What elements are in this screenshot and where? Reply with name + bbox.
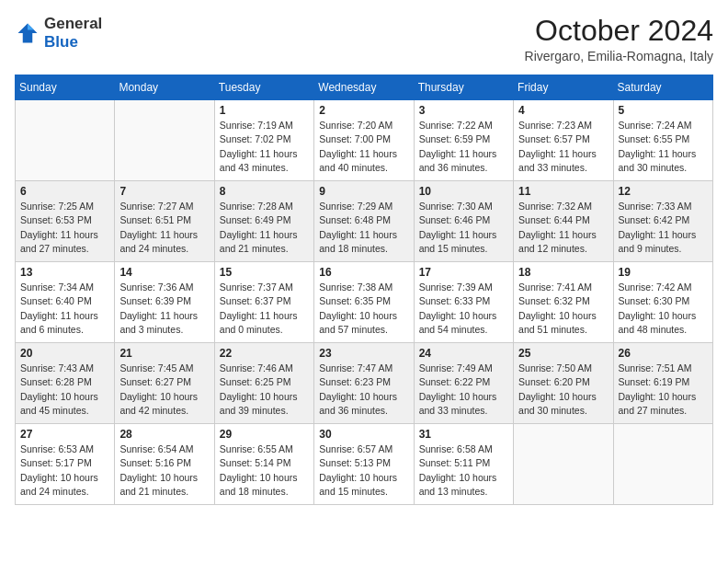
day-info: Sunrise: 7:33 AM Sunset: 6:42 PM Dayligh… bbox=[619, 200, 708, 256]
calendar-week-row: 1Sunrise: 7:19 AM Sunset: 7:02 PM Daylig… bbox=[16, 100, 713, 181]
day-number: 14 bbox=[119, 266, 209, 279]
day-number: 22 bbox=[220, 347, 309, 360]
calendar-cell: 19Sunrise: 7:42 AM Sunset: 6:30 PM Dayli… bbox=[613, 262, 712, 343]
day-number: 10 bbox=[419, 185, 508, 198]
logo-general-text: General Blue bbox=[44, 15, 102, 52]
day-info: Sunrise: 7:25 AM Sunset: 6:53 PM Dayligh… bbox=[20, 200, 109, 256]
day-info: Sunrise: 6:55 AM Sunset: 5:14 PM Dayligh… bbox=[220, 442, 309, 499]
calendar-cell: 20Sunrise: 7:43 AM Sunset: 6:28 PM Dayli… bbox=[16, 343, 115, 424]
day-info: Sunrise: 7:39 AM Sunset: 6:33 PM Dayligh… bbox=[419, 281, 508, 337]
day-number: 27 bbox=[20, 428, 109, 441]
calendar-cell: 21Sunrise: 7:45 AM Sunset: 6:27 PM Dayli… bbox=[115, 343, 214, 424]
calendar-cell: 26Sunrise: 7:51 AM Sunset: 6:19 PM Dayli… bbox=[613, 343, 712, 424]
calendar-cell: 7Sunrise: 7:27 AM Sunset: 6:51 PM Daylig… bbox=[115, 181, 214, 262]
weekday-header: Saturday bbox=[613, 75, 712, 100]
day-number: 28 bbox=[119, 428, 209, 441]
day-number: 25 bbox=[518, 347, 608, 360]
day-info: Sunrise: 7:43 AM Sunset: 6:28 PM Dayligh… bbox=[20, 362, 109, 418]
day-info: Sunrise: 7:38 AM Sunset: 6:35 PM Dayligh… bbox=[319, 281, 408, 337]
logo-icon bbox=[15, 20, 40, 46]
calendar-cell: 16Sunrise: 7:38 AM Sunset: 6:35 PM Dayli… bbox=[314, 262, 414, 343]
calendar-cell: 27Sunrise: 6:53 AM Sunset: 5:17 PM Dayli… bbox=[16, 424, 115, 505]
day-info: Sunrise: 7:37 AM Sunset: 6:37 PM Dayligh… bbox=[220, 281, 309, 337]
day-number: 8 bbox=[220, 185, 309, 198]
day-number: 12 bbox=[619, 185, 708, 198]
day-info: Sunrise: 7:49 AM Sunset: 6:22 PM Dayligh… bbox=[419, 362, 508, 418]
day-number: 17 bbox=[419, 266, 508, 279]
calendar-week-row: 6Sunrise: 7:25 AM Sunset: 6:53 PM Daylig… bbox=[16, 181, 713, 262]
day-number: 9 bbox=[319, 185, 408, 198]
calendar-cell: 18Sunrise: 7:41 AM Sunset: 6:32 PM Dayli… bbox=[514, 262, 613, 343]
day-number: 1 bbox=[220, 104, 309, 117]
calendar-cell: 2Sunrise: 7:20 AM Sunset: 7:00 PM Daylig… bbox=[314, 100, 414, 181]
calendar-cell: 24Sunrise: 7:49 AM Sunset: 6:22 PM Dayli… bbox=[414, 343, 513, 424]
day-info: Sunrise: 7:46 AM Sunset: 6:25 PM Dayligh… bbox=[220, 362, 309, 418]
calendar-cell bbox=[613, 424, 712, 505]
day-info: Sunrise: 6:58 AM Sunset: 5:11 PM Dayligh… bbox=[419, 442, 508, 499]
calendar-header-row: SundayMondayTuesdayWednesdayThursdayFrid… bbox=[16, 75, 713, 100]
day-number: 13 bbox=[20, 266, 109, 279]
day-info: Sunrise: 7:23 AM Sunset: 6:57 PM Dayligh… bbox=[518, 119, 608, 175]
day-number: 6 bbox=[20, 185, 109, 198]
day-info: Sunrise: 6:57 AM Sunset: 5:13 PM Dayligh… bbox=[319, 442, 408, 499]
day-info: Sunrise: 7:51 AM Sunset: 6:19 PM Dayligh… bbox=[619, 362, 708, 418]
day-info: Sunrise: 7:28 AM Sunset: 6:49 PM Dayligh… bbox=[220, 200, 309, 256]
calendar-cell: 6Sunrise: 7:25 AM Sunset: 6:53 PM Daylig… bbox=[16, 181, 115, 262]
day-info: Sunrise: 7:45 AM Sunset: 6:27 PM Dayligh… bbox=[119, 362, 209, 418]
svg-marker-1 bbox=[28, 24, 34, 30]
calendar-cell: 12Sunrise: 7:33 AM Sunset: 6:42 PM Dayli… bbox=[613, 181, 712, 262]
day-info: Sunrise: 7:34 AM Sunset: 6:40 PM Dayligh… bbox=[20, 281, 109, 337]
weekday-header: Friday bbox=[514, 75, 613, 100]
day-number: 15 bbox=[220, 266, 309, 279]
title-area: October 2024 Rivergaro, Emilia-Romagna, … bbox=[525, 15, 713, 63]
calendar-cell: 15Sunrise: 7:37 AM Sunset: 6:37 PM Dayli… bbox=[214, 262, 313, 343]
day-number: 20 bbox=[20, 347, 109, 360]
weekday-header: Thursday bbox=[414, 75, 513, 100]
day-info: Sunrise: 7:29 AM Sunset: 6:48 PM Dayligh… bbox=[319, 200, 408, 256]
weekday-header: Monday bbox=[115, 75, 214, 100]
day-info: Sunrise: 7:22 AM Sunset: 6:59 PM Dayligh… bbox=[419, 119, 508, 175]
calendar-table: SundayMondayTuesdayWednesdayThursdayFrid… bbox=[15, 75, 713, 505]
calendar-cell bbox=[514, 424, 613, 505]
day-number: 30 bbox=[319, 428, 408, 441]
calendar-cell bbox=[16, 100, 115, 181]
weekday-header: Wednesday bbox=[314, 75, 414, 100]
calendar-cell: 11Sunrise: 7:32 AM Sunset: 6:44 PM Dayli… bbox=[514, 181, 613, 262]
calendar-cell: 25Sunrise: 7:50 AM Sunset: 6:20 PM Dayli… bbox=[514, 343, 613, 424]
day-number: 18 bbox=[518, 266, 608, 279]
day-info: Sunrise: 6:54 AM Sunset: 5:16 PM Dayligh… bbox=[119, 442, 209, 499]
day-info: Sunrise: 7:50 AM Sunset: 6:20 PM Dayligh… bbox=[518, 362, 608, 418]
calendar-cell: 8Sunrise: 7:28 AM Sunset: 6:49 PM Daylig… bbox=[214, 181, 313, 262]
day-number: 23 bbox=[319, 347, 408, 360]
day-number: 29 bbox=[220, 428, 309, 441]
day-number: 21 bbox=[119, 347, 209, 360]
day-info: Sunrise: 7:42 AM Sunset: 6:30 PM Dayligh… bbox=[619, 281, 708, 337]
day-number: 19 bbox=[619, 266, 708, 279]
day-info: Sunrise: 7:27 AM Sunset: 6:51 PM Dayligh… bbox=[119, 200, 209, 256]
day-info: Sunrise: 7:47 AM Sunset: 6:23 PM Dayligh… bbox=[319, 362, 408, 418]
calendar-cell: 10Sunrise: 7:30 AM Sunset: 6:46 PM Dayli… bbox=[414, 181, 513, 262]
calendar-cell: 1Sunrise: 7:19 AM Sunset: 7:02 PM Daylig… bbox=[214, 100, 313, 181]
calendar-cell: 31Sunrise: 6:58 AM Sunset: 5:11 PM Dayli… bbox=[414, 424, 513, 505]
day-info: Sunrise: 7:20 AM Sunset: 7:00 PM Dayligh… bbox=[319, 119, 408, 175]
weekday-header: Tuesday bbox=[214, 75, 313, 100]
day-info: Sunrise: 7:19 AM Sunset: 7:02 PM Dayligh… bbox=[220, 119, 309, 175]
weekday-header: Sunday bbox=[16, 75, 115, 100]
calendar-cell: 22Sunrise: 7:46 AM Sunset: 6:25 PM Dayli… bbox=[214, 343, 313, 424]
location-title: Rivergaro, Emilia-Romagna, Italy bbox=[525, 49, 713, 63]
day-info: Sunrise: 7:32 AM Sunset: 6:44 PM Dayligh… bbox=[518, 200, 608, 256]
page-header: General Blue October 2024 Rivergaro, Emi… bbox=[15, 15, 713, 63]
calendar-week-row: 13Sunrise: 7:34 AM Sunset: 6:40 PM Dayli… bbox=[16, 262, 713, 343]
day-number: 16 bbox=[319, 266, 408, 279]
day-number: 3 bbox=[419, 104, 508, 117]
calendar-cell: 30Sunrise: 6:57 AM Sunset: 5:13 PM Dayli… bbox=[314, 424, 414, 505]
calendar-cell: 4Sunrise: 7:23 AM Sunset: 6:57 PM Daylig… bbox=[514, 100, 613, 181]
month-title: October 2024 bbox=[525, 15, 713, 47]
calendar-cell: 23Sunrise: 7:47 AM Sunset: 6:23 PM Dayli… bbox=[314, 343, 414, 424]
calendar-cell: 28Sunrise: 6:54 AM Sunset: 5:16 PM Dayli… bbox=[115, 424, 214, 505]
day-number: 31 bbox=[419, 428, 508, 441]
calendar-cell bbox=[115, 100, 214, 181]
calendar-cell: 5Sunrise: 7:24 AM Sunset: 6:55 PM Daylig… bbox=[613, 100, 712, 181]
calendar-week-row: 20Sunrise: 7:43 AM Sunset: 6:28 PM Dayli… bbox=[16, 343, 713, 424]
day-number: 2 bbox=[319, 104, 408, 117]
